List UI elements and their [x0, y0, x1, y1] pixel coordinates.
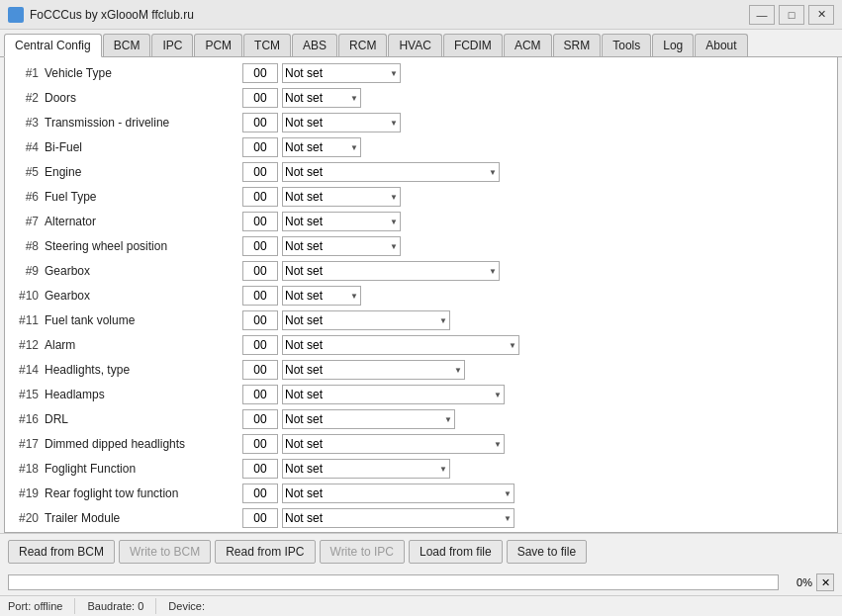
- row-label-9: Gearbox: [45, 289, 242, 303]
- save-file-button[interactable]: Save to file: [507, 540, 587, 564]
- row-value-input-17[interactable]: [242, 484, 278, 503]
- config-row-19: #19Rear foglight tow functionNot set: [9, 482, 833, 505]
- tab-abs[interactable]: ABS: [292, 34, 337, 56]
- row-dropdown-12[interactable]: Not set: [282, 360, 465, 380]
- row-dropdown-wrapper-6: Not set: [282, 212, 401, 231]
- row-label-16: Foglight Function: [45, 462, 242, 476]
- row-value-input-5[interactable]: [242, 187, 278, 207]
- tab-bcm[interactable]: BCM: [103, 34, 151, 56]
- row-label-18: Trailer Module: [45, 511, 242, 525]
- row-value-input-12[interactable]: [242, 360, 278, 380]
- config-row-4: #4Bi-FuelNot set: [9, 135, 833, 159]
- row-dropdown-wrapper-16: Not set: [282, 459, 450, 479]
- tab-tools[interactable]: Tools: [602, 34, 651, 56]
- row-value-input-0[interactable]: [242, 63, 278, 83]
- row-dropdown-4[interactable]: Not set: [282, 162, 500, 182]
- progress-close-button[interactable]: ✕: [816, 573, 834, 591]
- row-dropdown-wrapper-1: Not set: [282, 88, 361, 108]
- progress-area: 0% ✕: [0, 570, 842, 595]
- row-label-11: Alarm: [45, 338, 242, 352]
- row-label-15: Dimmed dipped headlights: [45, 437, 242, 451]
- status-bar: Port: offline Baudrate: 0 Device:: [0, 595, 842, 616]
- close-button[interactable]: ✕: [808, 5, 834, 25]
- write-ipc-button[interactable]: Write to IPC: [320, 540, 405, 564]
- row-dropdown-10[interactable]: Not set: [282, 310, 450, 330]
- row-num-17: #19: [9, 486, 45, 500]
- row-dropdown-13[interactable]: Not set: [282, 385, 505, 404]
- row-value-input-8[interactable]: [242, 261, 278, 281]
- tab-fcdim[interactable]: FCDIM: [443, 34, 503, 56]
- tab-acm[interactable]: ACM: [504, 34, 552, 56]
- row-dropdown-8[interactable]: Not set: [282, 261, 500, 281]
- row-dropdown-wrapper-0: Not set: [282, 63, 401, 83]
- row-label-14: DRL: [45, 412, 242, 426]
- row-value-input-4[interactable]: [242, 162, 278, 182]
- row-value-input-6[interactable]: [242, 212, 278, 231]
- config-row-7: #7AlternatorNot set: [9, 210, 833, 233]
- row-value-input-3[interactable]: [242, 137, 278, 157]
- row-dropdown-5[interactable]: Not set: [282, 187, 401, 207]
- tab-hvac[interactable]: HVAC: [388, 34, 441, 56]
- tab-srm[interactable]: SRM: [553, 34, 602, 56]
- row-dropdown-2[interactable]: Not set: [282, 113, 401, 132]
- maximize-button[interactable]: □: [779, 5, 804, 25]
- row-dropdown-7[interactable]: Not set: [282, 236, 401, 256]
- config-row-8: #8Steering wheel positionNot set: [9, 234, 833, 258]
- row-num-6: #7: [9, 215, 45, 228]
- tab-central-config[interactable]: Central Config: [4, 34, 102, 57]
- tab-rcm[interactable]: RCM: [338, 34, 387, 56]
- row-dropdown-17[interactable]: Not set: [282, 484, 515, 503]
- row-label-6: Alternator: [45, 215, 242, 228]
- read-bcm-button[interactable]: Read from BCM: [8, 540, 115, 564]
- row-value-input-14[interactable]: [242, 409, 278, 429]
- minimize-button[interactable]: —: [749, 5, 775, 25]
- row-dropdown-0[interactable]: Not set: [282, 63, 401, 83]
- row-dropdown-14[interactable]: Not set: [282, 409, 455, 429]
- row-label-17: Rear foglight tow function: [45, 486, 242, 500]
- config-row-3: #3Transmission - drivelineNot set: [9, 111, 833, 134]
- row-dropdown-6[interactable]: Not set: [282, 212, 401, 231]
- row-dropdown-9[interactable]: Not set: [282, 286, 361, 306]
- row-value-input-9[interactable]: [242, 286, 278, 306]
- title-bar-left: FoCCCus by xGloooM ffclub.ru: [8, 7, 194, 23]
- row-num-15: #17: [9, 437, 45, 451]
- config-row-5: #5EngineNot set: [9, 160, 833, 184]
- rows-container[interactable]: #1Vehicle TypeNot set#2DoorsNot set#3Tra…: [5, 57, 837, 532]
- row-value-input-7[interactable]: [242, 236, 278, 256]
- row-dropdown-18[interactable]: Not set: [282, 508, 515, 528]
- row-dropdown-1[interactable]: Not set: [282, 88, 361, 108]
- row-dropdown-11[interactable]: Not set: [282, 335, 519, 355]
- tab-ipc[interactable]: IPC: [151, 34, 193, 56]
- row-label-12: Headlights, type: [45, 363, 242, 377]
- load-file-button[interactable]: Load from file: [409, 540, 503, 564]
- row-dropdown-15[interactable]: Not set: [282, 434, 505, 454]
- row-label-13: Headlamps: [45, 388, 242, 401]
- tab-tcm[interactable]: TCM: [243, 34, 291, 56]
- row-num-7: #8: [9, 239, 45, 253]
- row-dropdown-wrapper-15: Not set: [282, 434, 505, 454]
- row-value-input-18[interactable]: [242, 508, 278, 528]
- row-dropdown-wrapper-7: Not set: [282, 236, 401, 256]
- read-ipc-button[interactable]: Read from IPC: [215, 540, 315, 564]
- row-value-input-11[interactable]: [242, 335, 278, 355]
- tab-pcm[interactable]: PCM: [194, 34, 242, 56]
- row-num-0: #1: [9, 66, 45, 80]
- row-dropdown-3[interactable]: Not set: [282, 137, 361, 157]
- row-value-input-13[interactable]: [242, 385, 278, 404]
- row-num-16: #18: [9, 462, 45, 476]
- row-value-input-10[interactable]: [242, 310, 278, 330]
- tab-log[interactable]: Log: [652, 34, 694, 56]
- row-num-5: #6: [9, 190, 45, 204]
- row-label-7: Steering wheel position: [45, 239, 242, 253]
- row-value-input-1[interactable]: [242, 88, 278, 108]
- row-dropdown-16[interactable]: Not set: [282, 459, 450, 479]
- config-row-9: #9GearboxNot set: [9, 259, 833, 283]
- row-value-input-2[interactable]: [242, 113, 278, 132]
- tab-about[interactable]: About: [695, 34, 747, 56]
- row-value-input-15[interactable]: [242, 434, 278, 454]
- write-bcm-button[interactable]: Write to BCM: [119, 540, 211, 564]
- row-value-input-16[interactable]: [242, 459, 278, 479]
- row-dropdown-wrapper-4: Not set: [282, 162, 500, 182]
- content-area: #1Vehicle TypeNot set#2DoorsNot set#3Tra…: [4, 57, 838, 533]
- row-num-9: #10: [9, 289, 45, 303]
